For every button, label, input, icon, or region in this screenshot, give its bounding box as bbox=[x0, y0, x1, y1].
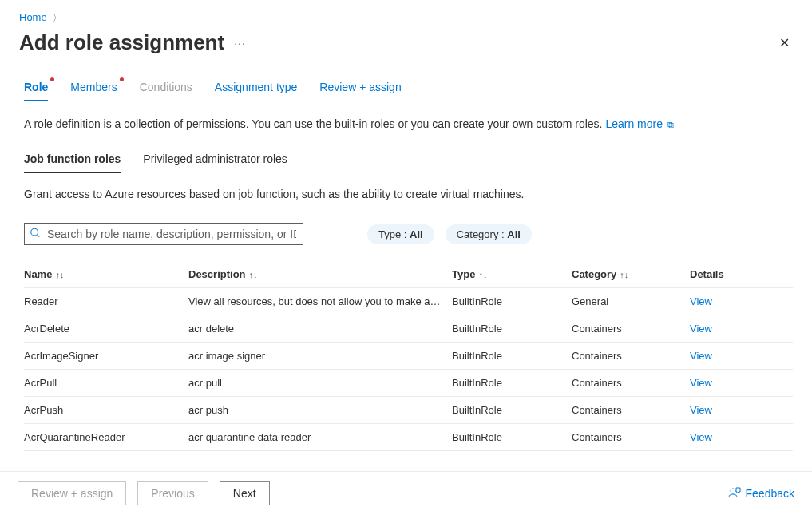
col-header-description[interactable]: Description↑↓ bbox=[188, 268, 452, 280]
filter-row: Type : All Category : All bbox=[24, 223, 793, 245]
cell-type: BuiltInRole bbox=[452, 431, 572, 443]
col-header-category[interactable]: Category↑↓ bbox=[572, 268, 690, 280]
previous-button[interactable]: Previous bbox=[137, 481, 208, 505]
description-line: A role definition is a collection of per… bbox=[24, 117, 793, 130]
view-link[interactable]: View bbox=[690, 404, 712, 416]
feedback-link[interactable]: Feedback bbox=[728, 486, 794, 501]
table-row[interactable]: AcrImageSigneracr image signerBuiltInRol… bbox=[24, 343, 793, 370]
svg-line-1 bbox=[38, 235, 40, 237]
tab-role[interactable]: Role bbox=[24, 76, 48, 101]
table-header-row: Name↑↓ Description↑↓ Type↑↓ Category↑↓ D… bbox=[24, 261, 793, 288]
cell-description: acr pull bbox=[188, 377, 452, 389]
filter-category-pill[interactable]: Category : All bbox=[446, 224, 532, 244]
sort-icon: ↑↓ bbox=[55, 270, 64, 279]
feedback-icon bbox=[728, 486, 741, 501]
cell-description: View all resources, but does not allow y… bbox=[188, 295, 452, 307]
page-header: Add role assignment ··· ✕ bbox=[0, 29, 812, 61]
table-row[interactable]: AcrPushacr pushBuiltInRoleContainersView bbox=[24, 397, 793, 424]
roles-table: Name↑↓ Description↑↓ Type↑↓ Category↑↓ D… bbox=[24, 261, 793, 453]
cell-name: AcrDelete bbox=[24, 323, 188, 335]
svg-point-0 bbox=[31, 228, 38, 236]
sort-icon: ↑↓ bbox=[478, 270, 487, 279]
cell-type: BuiltInRole bbox=[452, 350, 572, 362]
cell-type: BuiltInRole bbox=[452, 323, 572, 335]
cell-name: AcrPush bbox=[24, 404, 188, 416]
cell-type: BuiltInRole bbox=[452, 377, 572, 389]
subtab-job-function[interactable]: Job function roles bbox=[24, 149, 121, 173]
search-icon bbox=[30, 228, 41, 241]
cell-name: AcrQuarantineReader bbox=[24, 431, 188, 443]
table-row[interactable]: ReaderView all resources, but does not a… bbox=[24, 288, 793, 315]
chevron-right-icon: 〉 bbox=[53, 13, 61, 22]
cell-type: BuiltInRole bbox=[452, 404, 572, 416]
cell-name: Reader bbox=[24, 295, 188, 307]
table-row[interactable]: AcrQuarantineWriteracr quarantine data w… bbox=[24, 451, 793, 453]
cell-name: AcrPull bbox=[24, 377, 188, 389]
cell-type: BuiltInRole bbox=[452, 295, 572, 307]
tab-review-assign[interactable]: Review + assign bbox=[319, 76, 401, 101]
search-box bbox=[24, 223, 303, 245]
svg-point-2 bbox=[731, 489, 735, 493]
role-type-tabs: Job function roles Privileged administra… bbox=[24, 149, 793, 173]
review-assign-button[interactable]: Review + assign bbox=[18, 481, 126, 505]
table-row[interactable]: AcrQuarantineReaderacr quarantine data r… bbox=[24, 424, 793, 451]
cell-category: Containers bbox=[572, 404, 690, 416]
required-dot-icon bbox=[120, 77, 124, 81]
view-link[interactable]: View bbox=[690, 350, 712, 362]
learn-more-link[interactable]: Learn more ⧉ bbox=[605, 117, 673, 130]
col-header-name[interactable]: Name↑↓ bbox=[24, 268, 188, 280]
cell-category: Containers bbox=[572, 377, 690, 389]
required-dot-icon bbox=[50, 77, 54, 81]
subtab-description: Grant access to Azure resources based on… bbox=[24, 188, 793, 200]
close-button[interactable]: ✕ bbox=[776, 32, 793, 53]
page-title: Add role assignment bbox=[19, 30, 224, 55]
filter-type-pill[interactable]: Type : All bbox=[367, 224, 434, 244]
cell-description: acr push bbox=[188, 404, 452, 416]
cell-category: General bbox=[572, 295, 690, 307]
subtab-privileged[interactable]: Privileged administrator roles bbox=[143, 149, 287, 173]
tab-assignment-type[interactable]: Assignment type bbox=[215, 76, 298, 101]
view-link[interactable]: View bbox=[690, 431, 712, 443]
view-link[interactable]: View bbox=[690, 377, 712, 389]
col-header-type[interactable]: Type↑↓ bbox=[452, 268, 572, 280]
breadcrumb-home[interactable]: Home bbox=[19, 11, 47, 23]
cell-name: AcrImageSigner bbox=[24, 350, 188, 362]
content-scroll[interactable]: Role Members Conditions Assignment type … bbox=[0, 61, 812, 453]
cell-description: acr delete bbox=[188, 323, 452, 335]
sort-icon: ↑↓ bbox=[620, 270, 628, 279]
tab-conditions[interactable]: Conditions bbox=[140, 76, 192, 101]
table-row[interactable]: AcrPullacr pullBuiltInRoleContainersView bbox=[24, 370, 793, 397]
table-row[interactable]: AcrDeleteacr deleteBuiltInRoleContainers… bbox=[24, 315, 793, 343]
view-link[interactable]: View bbox=[690, 323, 712, 335]
cell-description: acr quarantine data reader bbox=[188, 431, 452, 443]
cell-category: Containers bbox=[572, 323, 690, 335]
external-link-icon: ⧉ bbox=[667, 120, 674, 129]
cell-category: Containers bbox=[572, 350, 690, 362]
view-link[interactable]: View bbox=[690, 295, 712, 307]
breadcrumb: Home 〉 bbox=[0, 0, 812, 29]
cell-category: Containers bbox=[572, 431, 690, 443]
search-input[interactable] bbox=[24, 223, 303, 245]
cell-description: acr image signer bbox=[188, 350, 452, 362]
next-button[interactable]: Next bbox=[220, 481, 270, 505]
step-tabs: Role Members Conditions Assignment type … bbox=[24, 76, 793, 101]
more-options-button[interactable]: ··· bbox=[234, 37, 246, 50]
footer-bar: Review + assign Previous Next Feedback bbox=[0, 471, 812, 515]
col-header-details: Details bbox=[690, 268, 762, 280]
sort-icon: ↑↓ bbox=[249, 270, 258, 279]
tab-members[interactable]: Members bbox=[70, 76, 117, 101]
